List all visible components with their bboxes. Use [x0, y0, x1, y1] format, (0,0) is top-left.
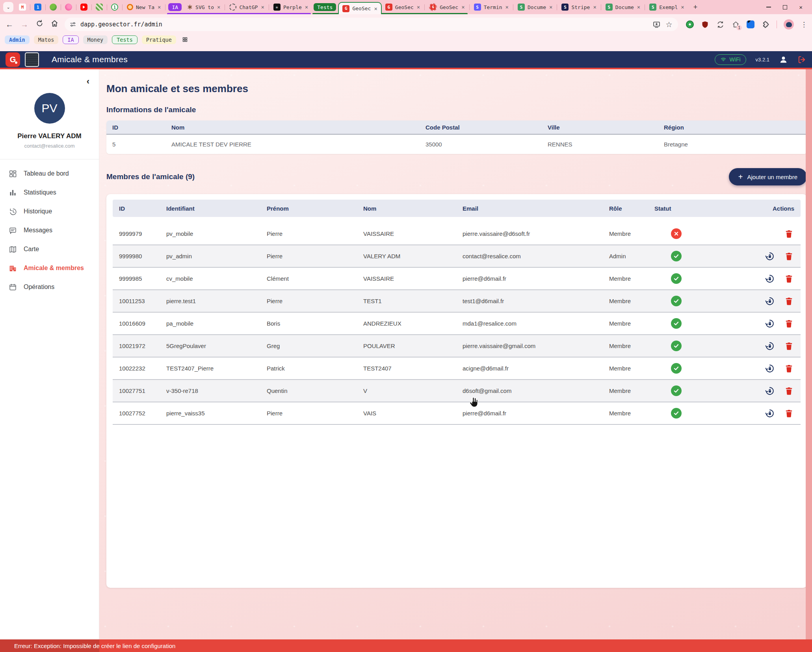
sidebar-item-tableau-de-bord[interactable]: Tableau de bord	[0, 164, 99, 183]
trash-icon	[784, 341, 793, 350]
close-tab-icon[interactable]: ×	[461, 4, 465, 10]
cell-email: pierre.vaissaire@gmail.com	[463, 343, 609, 349]
bookmark-pratique[interactable]: Pratique	[142, 35, 176, 44]
pinned-tab-green-app-icon[interactable]	[50, 4, 57, 11]
cell-role: Membre	[609, 387, 654, 394]
refresh-icon[interactable]	[35, 19, 44, 30]
window-minimize-button[interactable]	[766, 7, 771, 7]
tab-exemple[interactable]: S Exempl ×	[646, 0, 688, 14]
browser-menu-icon[interactable]: ⋮	[801, 20, 807, 29]
delete-member-button[interactable]	[784, 409, 793, 418]
close-tab-icon[interactable]: ×	[549, 4, 552, 10]
tab-documentation-2[interactable]: S Docume ×	[602, 0, 644, 14]
pen-extension-icon[interactable]	[747, 20, 754, 28]
cell-nom: V	[363, 387, 463, 394]
sidebar-item-carte[interactable]: Carte	[0, 240, 99, 259]
close-tab-icon[interactable]: ×	[374, 6, 377, 12]
delete-member-button[interactable]	[784, 252, 793, 261]
bookmark-star-icon[interactable]: ☆	[665, 20, 673, 29]
pinned-tab-calendar-icon[interactable]: 1	[34, 4, 41, 11]
home-extension-icon[interactable]: 1	[731, 20, 740, 29]
sync-extension-icon[interactable]	[716, 20, 725, 29]
pinned-tab-map-icon[interactable]	[96, 4, 103, 11]
pinned-tab-pink-app-icon[interactable]	[65, 4, 72, 11]
close-tab-icon[interactable]: ×	[261, 4, 264, 10]
tab-stripe[interactable]: S Stripe ×	[558, 0, 600, 14]
window-close-button[interactable]: ×	[799, 4, 803, 10]
reset-password-button[interactable]	[765, 251, 775, 261]
tab-group-label-ia[interactable]: IA	[168, 3, 182, 11]
delete-member-button[interactable]	[784, 229, 793, 238]
logout-icon[interactable]	[797, 55, 806, 64]
new-tab-button[interactable]: +	[688, 3, 703, 11]
extensions-puzzle-icon[interactable]	[761, 20, 770, 29]
delete-member-button[interactable]	[784, 364, 793, 373]
tab-perplexity[interactable]: ✳ Perple ×	[270, 0, 312, 14]
url-text[interactable]: dapp.geosector.fr/admin	[80, 21, 162, 28]
tab-new-tab[interactable]: New Ta ×	[123, 0, 164, 14]
reset-password-button[interactable]	[765, 319, 775, 329]
pinned-tab-youtube-icon[interactable]	[80, 4, 87, 11]
tab-svg-to[interactable]: SVG to ×	[184, 0, 224, 14]
sidebar-item-statistiques[interactable]: Statistiques	[0, 183, 99, 202]
page-scrollbar[interactable]	[806, 69, 812, 639]
close-tab-icon[interactable]: ×	[681, 4, 684, 10]
tab-terminal-stripe[interactable]: S Termin ×	[470, 0, 512, 14]
tab-documentation-1[interactable]: S Docume ×	[514, 0, 556, 14]
cell-prenom: Greg	[267, 343, 363, 349]
tab-search-button[interactable]: ⌄	[3, 2, 13, 12]
tab-group-label-tests[interactable]: Tests	[314, 3, 336, 11]
delete-member-button[interactable]	[784, 386, 793, 395]
user-account-icon[interactable]	[779, 55, 788, 64]
tab-geosector-3[interactable]: G GeoSec ×	[426, 0, 468, 14]
delete-member-button[interactable]	[784, 319, 793, 328]
delete-member-button[interactable]	[784, 296, 793, 306]
close-tab-icon[interactable]: ×	[637, 4, 640, 10]
cell-nom: VAISSAIRE	[363, 275, 463, 282]
pinned-tab-gmail-icon[interactable]: M	[19, 4, 26, 11]
bookmark-admin[interactable]: Admin	[5, 35, 30, 44]
delete-member-button[interactable]	[784, 274, 793, 283]
reset-password-button[interactable]	[765, 274, 775, 284]
bookmark-money[interactable]: Money	[83, 35, 108, 44]
close-tab-icon[interactable]: ×	[158, 4, 161, 10]
close-tab-icon[interactable]: ×	[217, 4, 220, 10]
reset-password-button[interactable]	[765, 408, 775, 419]
sidebar-collapse-icon[interactable]: ‹	[87, 77, 89, 86]
window-maximize-button[interactable]	[783, 5, 787, 9]
forward-icon[interactable]: →	[20, 20, 29, 29]
bookmark-matos[interactable]: Matos	[34, 35, 59, 44]
sidebar-item-historique[interactable]: Historique	[0, 202, 99, 221]
tab-geosector-active[interactable]: G GeoSec ×	[338, 2, 381, 14]
reset-password-button[interactable]	[765, 363, 775, 374]
close-tab-icon[interactable]: ×	[305, 4, 308, 10]
bookmark-ia[interactable]: IA	[63, 35, 78, 44]
profile-avatar[interactable]	[784, 19, 794, 30]
site-settings-icon[interactable]	[69, 21, 76, 28]
reset-password-button[interactable]	[765, 341, 775, 351]
close-tab-icon[interactable]: ×	[417, 4, 420, 10]
bookmark-tests[interactable]: Tests	[112, 35, 138, 44]
amicale-info-table: ID Nom Code Postal Ville Région 5 AMICAL…	[106, 120, 807, 154]
install-app-icon[interactable]	[652, 20, 661, 29]
close-tab-icon[interactable]: ×	[593, 4, 596, 10]
home-icon[interactable]	[50, 19, 59, 30]
tab-chatgpt[interactable]: ChatGP ×	[226, 0, 268, 14]
reset-password-icon	[765, 386, 775, 396]
reset-password-button[interactable]	[765, 296, 775, 306]
close-tab-icon[interactable]: ×	[505, 4, 509, 10]
reset-password-button[interactable]	[765, 386, 775, 396]
bookmark-apps-grid-icon[interactable]	[182, 37, 188, 44]
address-bar[interactable]: dapp.geosector.fr/admin ☆	[65, 18, 678, 31]
pinned-tab-notes-icon[interactable]: 1	[111, 4, 118, 11]
adblock-shield-icon[interactable]	[701, 20, 709, 29]
back-icon[interactable]: ←	[5, 20, 14, 29]
tab-geosector-2[interactable]: G GeoSec ×	[382, 0, 424, 14]
sidebar-item-messages[interactable]: Messages	[0, 221, 99, 240]
extension-green-icon[interactable]	[686, 20, 694, 28]
add-member-button[interactable]: + Ajouter un membre	[729, 168, 807, 185]
delete-member-button[interactable]	[784, 341, 793, 350]
sidebar-item-operations[interactable]: Opérations	[0, 278, 99, 296]
sidebar-item-amicale-membres[interactable]: Amicale & membres	[0, 259, 99, 278]
tab-label: New Ta	[136, 4, 154, 10]
